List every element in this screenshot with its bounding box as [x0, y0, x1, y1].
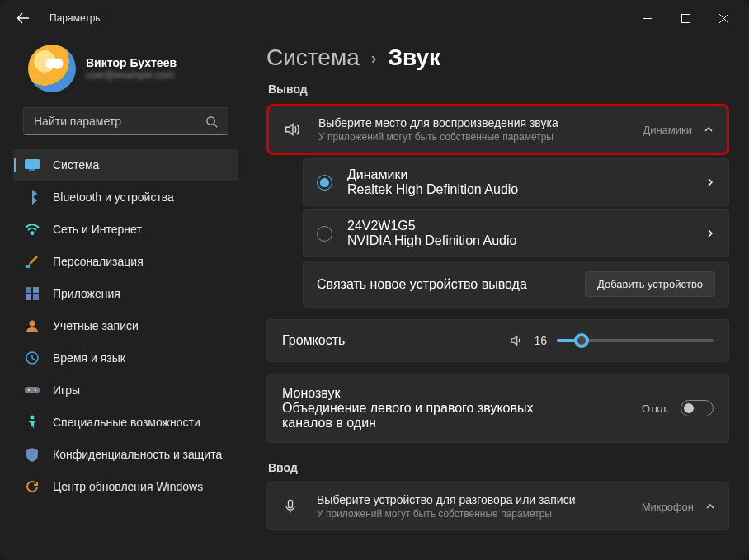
search-box[interactable] — [23, 107, 228, 135]
sidebar-item-label: Специальные возможности — [53, 416, 200, 429]
mono-row: Монозвук Объединение левого и правого зв… — [266, 374, 729, 443]
add-device-button[interactable]: Добавить устройство — [585, 271, 715, 297]
breadcrumb-parent[interactable]: Система — [266, 45, 360, 71]
sidebar-item-privacy[interactable]: Конфиденциальность и защита — [13, 439, 238, 470]
pair-text: Связать новое устройство вывода — [317, 277, 585, 292]
volume-icon[interactable] — [509, 333, 524, 348]
sidebar-item-bluetooth[interactable]: Bluetooth и устройства — [13, 181, 238, 213]
output-device-picker[interactable]: Выберите место для воспроизведения звука… — [266, 104, 729, 155]
svg-rect-2 — [25, 159, 40, 169]
breadcrumb: Система › Звук — [266, 45, 729, 71]
wifi-icon — [25, 222, 40, 237]
svg-rect-5 — [26, 265, 30, 268]
output-device-option[interactable]: 24V2W1G5NVIDIA High Definition Audio — [303, 209, 729, 257]
sidebar-item-label: Конфиденциальность и защита — [53, 448, 222, 461]
svg-point-1 — [207, 116, 214, 124]
volume-label: Громкость — [282, 333, 509, 348]
output-picker-subtitle: У приложений могут быть собственные пара… — [318, 131, 643, 143]
sidebar-item-label: Персонализация — [53, 255, 144, 268]
apps-icon — [25, 286, 40, 301]
chevron-right-icon — [705, 228, 715, 238]
svg-point-4 — [31, 233, 33, 235]
sidebar-item-wifi[interactable]: Сеть и Интернет — [13, 214, 238, 245]
svg-rect-9 — [33, 294, 39, 300]
output-picker-title: Выберите место для воспроизведения звука — [318, 116, 643, 129]
bluetooth-icon — [25, 190, 40, 205]
chevron-up-icon — [705, 501, 715, 511]
sidebar-item-accessibility[interactable]: Специальные возможности — [13, 407, 238, 438]
device-detail: NVIDIA High Definition Audio — [347, 233, 705, 248]
speaker-icon — [282, 120, 302, 139]
chevron-right-icon — [705, 177, 715, 187]
volume-slider[interactable] — [557, 339, 714, 342]
sidebar-item-label: Игры — [53, 384, 80, 397]
close-button[interactable] — [704, 6, 742, 31]
sidebar-item-label: Время и язык — [53, 351, 125, 365]
svg-rect-6 — [26, 287, 31, 293]
volume-row: Громкость 16 — [266, 319, 729, 362]
chevron-right-icon: › — [371, 49, 377, 68]
svg-point-10 — [30, 321, 35, 327]
chevron-up-icon — [704, 125, 714, 134]
mono-subtitle: Объединение левого и правого звуковых ка… — [282, 401, 554, 431]
sidebar-item-apps[interactable]: Приложения — [13, 278, 238, 309]
svg-rect-0 — [681, 14, 690, 22]
radio-icon[interactable] — [317, 175, 332, 191]
input-picker-title: Выберите устройство для разговора или за… — [317, 493, 642, 506]
profile-name: Виктор Бухтеев — [86, 56, 177, 69]
system-icon — [25, 158, 40, 172]
profile-block[interactable]: Виктор Бухтеев user@example.com — [7, 40, 245, 104]
mono-title: Монозвук — [282, 386, 642, 401]
minimize-button[interactable] — [629, 6, 667, 31]
accessibility-icon — [25, 415, 40, 430]
radio-icon[interactable] — [317, 226, 332, 242]
search-icon — [205, 115, 218, 128]
sidebar-item-label: Система — [53, 158, 99, 172]
input-picker-value: Микрофон — [642, 501, 694, 513]
maximize-button[interactable] — [667, 6, 704, 31]
sidebar-item-label: Bluetooth и устройства — [53, 191, 174, 204]
svg-rect-12 — [25, 387, 40, 393]
sidebar-item-system[interactable]: Система — [13, 149, 238, 181]
mono-toggle[interactable] — [681, 400, 714, 416]
sidebar-item-time[interactable]: Время и язык — [13, 342, 238, 374]
svg-point-13 — [28, 389, 30, 391]
volume-value: 16 — [534, 334, 547, 347]
back-button[interactable] — [12, 7, 35, 30]
svg-rect-7 — [33, 287, 39, 293]
pair-device-row: Связать новое устройство вывода Добавить… — [303, 261, 729, 308]
input-device-picker[interactable]: Выберите устройство для разговора или за… — [266, 482, 729, 530]
input-picker-subtitle: У приложений могут быть собственные пара… — [317, 508, 642, 520]
update-icon — [25, 479, 40, 494]
search-input[interactable] — [34, 115, 205, 128]
window-title: Параметры — [49, 12, 102, 24]
device-name: Динамики — [347, 167, 705, 182]
svg-rect-8 — [26, 294, 31, 300]
sidebar-item-brush[interactable]: Персонализация — [13, 246, 238, 277]
sidebar-item-label: Учетные записи — [53, 319, 139, 332]
games-icon — [25, 383, 40, 398]
avatar — [28, 45, 76, 92]
input-heading: Ввод — [268, 461, 729, 474]
breadcrumb-current: Звук — [388, 45, 440, 71]
device-name: 24V2W1G5 — [347, 219, 705, 233]
svg-rect-16 — [289, 501, 293, 508]
device-detail: Realtek High Definition Audio — [347, 182, 705, 197]
svg-point-15 — [31, 416, 35, 420]
output-heading: Вывод — [268, 82, 729, 96]
mono-state: Откл. — [642, 402, 669, 415]
output-device-option[interactable]: ДинамикиRealtek High Definition Audio — [303, 158, 729, 206]
sidebar-item-update[interactable]: Центр обновления Windows — [13, 471, 238, 502]
sidebar-item-account[interactable]: Учетные записи — [13, 310, 238, 341]
time-icon — [25, 351, 40, 365]
svg-rect-3 — [29, 169, 35, 171]
profile-sub: user@example.com — [86, 69, 177, 81]
privacy-icon — [25, 447, 40, 462]
microphone-icon — [280, 498, 300, 515]
output-picker-value: Динамики — [643, 124, 692, 136]
sidebar-item-label: Приложения — [53, 287, 120, 300]
sidebar-item-label: Центр обновления Windows — [53, 480, 203, 493]
sidebar-item-games[interactable]: Игры — [13, 374, 238, 406]
brush-icon — [25, 254, 40, 269]
sidebar-item-label: Сеть и Интернет — [53, 223, 142, 236]
